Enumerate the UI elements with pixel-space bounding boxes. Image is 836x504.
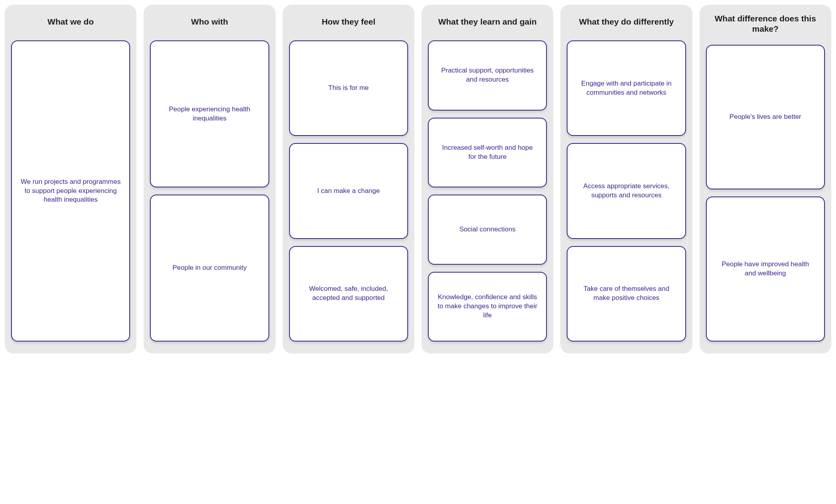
card: Access appropriate services, supports an… xyxy=(567,143,686,239)
card: This is for me xyxy=(289,40,408,136)
card: People's lives are better xyxy=(706,45,825,190)
card: People have improved health and wellbein… xyxy=(706,197,825,342)
column-header: Who with xyxy=(150,5,269,40)
card: Engage with and participate in communiti… xyxy=(567,40,686,136)
card: Knowledge, confidence and skills to make… xyxy=(428,272,547,342)
card-text: People in our community xyxy=(173,263,247,273)
column-3: What they learn and gainPractical suppor… xyxy=(422,5,553,353)
column-5: What difference does this make?People's … xyxy=(700,5,831,353)
card: Welcomed, safe, included, accepted and s… xyxy=(289,246,408,342)
card-container: This is for meI can make a changeWelcome… xyxy=(289,40,408,342)
column-header: What they do differently xyxy=(567,5,686,40)
card: People in our community xyxy=(150,195,269,342)
column-4: What they do differentlyEngage with and … xyxy=(560,5,692,353)
card-text: Access appropriate services, supports an… xyxy=(576,182,676,200)
card: Take care of themselves and make positiv… xyxy=(567,246,686,342)
card: I can make a change xyxy=(289,143,408,239)
column-1: Who withPeople experiencing health inequ… xyxy=(144,5,275,353)
logic-model-board: What we doWe run projects and programmes… xyxy=(0,0,836,358)
card-text: People experiencing health inequalities xyxy=(159,105,259,123)
card-text: Social connections xyxy=(459,225,516,234)
card-text: Practical support, opportunities and res… xyxy=(437,66,537,84)
column-header: What they learn and gain xyxy=(428,5,547,40)
card-text: We run projects and programmes to suppor… xyxy=(21,178,121,205)
card-text: People have improved health and wellbein… xyxy=(715,260,815,278)
column-header: What we do xyxy=(11,5,130,40)
card-container: We run projects and programmes to suppor… xyxy=(11,40,130,342)
card: People experiencing health inequalities xyxy=(150,40,269,187)
column-header: What difference does this make? xyxy=(706,5,825,45)
card-text: People's lives are better xyxy=(729,113,801,122)
card-text: I can make a change xyxy=(317,187,380,196)
card: Social connections xyxy=(428,195,547,265)
card-text: Welcomed, safe, included, accepted and s… xyxy=(299,284,399,303)
card: Practical support, opportunities and res… xyxy=(428,40,547,111)
card-text: Engage with and participate in communiti… xyxy=(576,79,676,97)
card-text: This is for me xyxy=(328,84,369,93)
column-header: How they feel xyxy=(289,5,408,40)
card-container: Practical support, opportunities and res… xyxy=(428,40,547,342)
card-text: Increased self-worth and hope for the fu… xyxy=(437,143,537,162)
card-container: Engage with and participate in communiti… xyxy=(567,40,686,342)
card-container: People experiencing health inequalitiesP… xyxy=(150,40,269,342)
card: We run projects and programmes to suppor… xyxy=(11,40,130,342)
column-2: How they feelThis is for meI can make a … xyxy=(283,5,414,353)
card-text: Take care of themselves and make positiv… xyxy=(576,284,676,303)
column-0: What we doWe run projects and programmes… xyxy=(5,5,136,353)
card: Increased self-worth and hope for the fu… xyxy=(428,118,547,188)
card-text: Knowledge, confidence and skills to make… xyxy=(437,293,537,320)
card-container: People's lives are betterPeople have imp… xyxy=(706,45,825,342)
